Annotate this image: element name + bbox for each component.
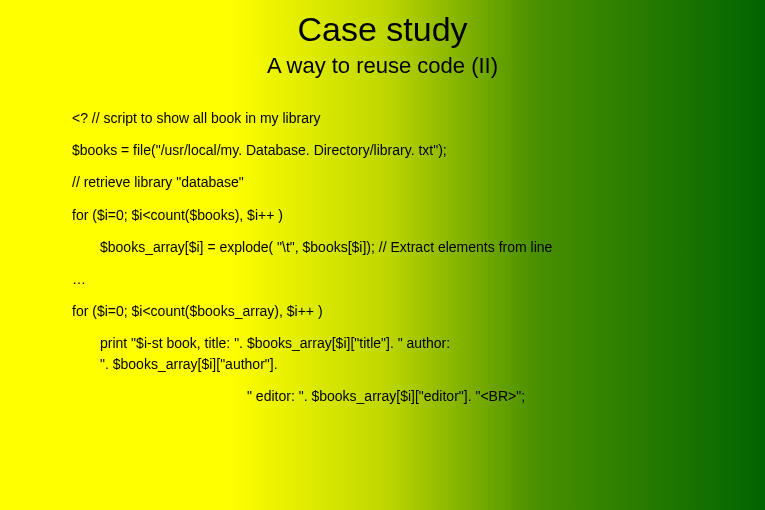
code-line: $books_array[$i] = explode( "\t", $books… xyxy=(72,238,765,256)
code-line: // retrieve library "database" xyxy=(72,173,765,191)
code-block: <? // script to show all book in my libr… xyxy=(0,79,765,405)
code-line: ". $books_array[$i]["author"]. xyxy=(72,355,765,373)
slide-subtitle: A way to reuse code (II) xyxy=(0,49,765,79)
code-line: for ($i=0; $i<count($books), $i++ ) xyxy=(72,206,765,224)
slide-title: Case study xyxy=(0,0,765,49)
code-line: $books = file("/usr/local/my. Database. … xyxy=(72,141,765,159)
code-line: … xyxy=(72,270,765,288)
code-line: <? // script to show all book in my libr… xyxy=(72,109,765,127)
code-line: print "$i-st book, title: ". $books_arra… xyxy=(72,334,765,352)
code-line: " editor: ". $books_array[$i]["editor"].… xyxy=(72,387,765,405)
code-line: for ($i=0; $i<count($books_array), $i++ … xyxy=(72,302,765,320)
